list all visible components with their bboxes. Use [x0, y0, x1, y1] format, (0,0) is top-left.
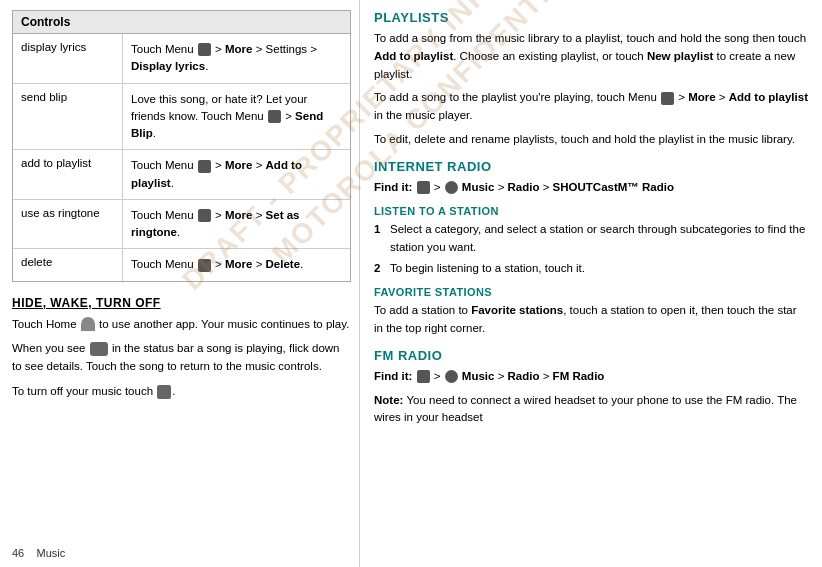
playlists-para1: To add a song from the music library to … — [374, 30, 808, 83]
hide-wake-section: HIDE, WAKE, TURN OFF Touch Home to use a… — [12, 296, 351, 401]
home-square-icon — [417, 181, 430, 194]
right-column: PLAYLISTS To add a song from the music l… — [360, 0, 822, 567]
table-row: add to playlist Touch Menu > More > Add … — [13, 150, 350, 200]
hide-wake-title: HIDE, WAKE, TURN OFF — [12, 296, 351, 310]
ctrl-label-add-to-playlist: add to playlist — [13, 150, 123, 199]
home-square-icon2 — [417, 370, 430, 383]
ctrl-label-ringtone: use as ringtone — [13, 200, 123, 249]
menu-icon — [268, 110, 281, 123]
hide-wake-para2: When you see in the status bar a song is… — [12, 340, 351, 376]
ctrl-label-delete: delete — [13, 249, 123, 280]
menu-icon — [661, 92, 674, 105]
hide-wake-para3: To turn off your music touch . — [12, 383, 351, 401]
favorite-stations-para: To add a station to Favorite stations, t… — [374, 302, 808, 338]
fm-radio-heading: FM RADIO — [374, 348, 808, 363]
table-row: send blip Love this song, or hate it? Le… — [13, 84, 350, 151]
ctrl-desc-delete: Touch Menu > More > Delete. — [123, 249, 350, 280]
table-row: display lyrics Touch Menu > More > Setti… — [13, 34, 350, 84]
home-icon — [81, 317, 95, 331]
playlists-heading: PLAYLISTS — [374, 10, 808, 25]
menu-icon — [198, 209, 211, 222]
table-row: use as ringtone Touch Menu > More > Set … — [13, 200, 350, 250]
internet-radio-heading: INTERNET RADIO — [374, 159, 808, 174]
menu-icon — [198, 259, 211, 272]
ctrl-label-display-lyrics: display lyrics — [13, 34, 123, 83]
playlists-para2: To add a song to the playlist you're pla… — [374, 89, 808, 125]
hide-wake-para1: Touch Home to use another app. Your musi… — [12, 316, 351, 334]
music-circle-icon2 — [445, 370, 458, 383]
fm-radio-find-it: Find it: > Music > Radio > FM Radio — [374, 368, 808, 386]
ctrl-label-send-blip: send blip — [13, 84, 123, 150]
ctrl-desc-send-blip: Love this song, or hate it? Let your fri… — [123, 84, 350, 150]
fm-radio-note: Note: You need to connect a wired headse… — [374, 392, 808, 428]
menu-icon — [198, 43, 211, 56]
controls-label: Controls — [21, 15, 70, 29]
internet-radio-find-it: Find it: > Music > Radio > SHOUTCastM™ R… — [374, 179, 808, 197]
menu-icon — [198, 160, 211, 173]
table-row: delete Touch Menu > More > Delete. — [13, 249, 350, 280]
page-number: 46 Music — [12, 547, 65, 559]
listen-step-1: 1 Select a category, and select a statio… — [374, 221, 808, 257]
favorite-stations-heading: FAVORITE STATIONS — [374, 286, 808, 298]
play-status-icon — [90, 342, 108, 356]
listen-step-2: 2 To begin listening to a station, touch… — [374, 260, 808, 278]
ctrl-desc-display-lyrics: Touch Menu > More > Settings > Display l… — [123, 34, 350, 83]
left-column: Controls display lyrics Touch Menu > Mor… — [0, 0, 360, 567]
ctrl-desc-ringtone: Touch Menu > More > Set as ringtone. — [123, 200, 350, 249]
controls-table: Controls display lyrics Touch Menu > Mor… — [12, 10, 351, 282]
listen-to-station-heading: LISTEN TO A STATION — [374, 205, 808, 217]
music-off-icon — [157, 385, 171, 399]
ctrl-desc-add-to-playlist: Touch Menu > More > Add to playlist. — [123, 150, 350, 199]
music-circle-icon — [445, 181, 458, 194]
playlists-para3: To edit, delete and rename playlists, to… — [374, 131, 808, 149]
controls-table-header: Controls — [13, 11, 350, 34]
